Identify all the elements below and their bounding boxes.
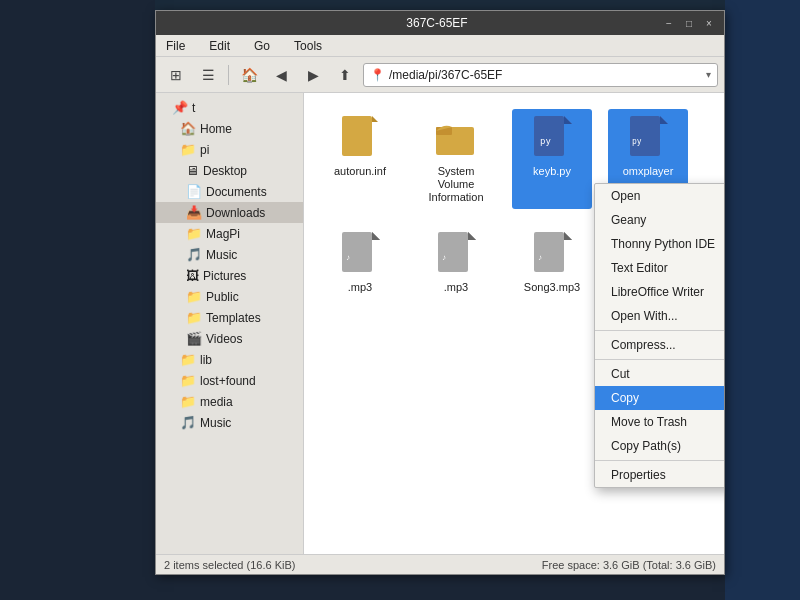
menubar: File Edit Go Tools [156, 35, 724, 57]
pin-icon: 📌 [172, 100, 188, 115]
desktop-icon: 🖥 [186, 163, 199, 178]
file-item-song3[interactable]: ♪ Song3.mp3 [512, 225, 592, 298]
sidebar-item-music[interactable]: 🎵 Music [156, 244, 303, 265]
ctx-properties[interactable]: Properties [595, 463, 724, 487]
sidebar-item-downloads[interactable]: 📥 Downloads [156, 202, 303, 223]
file-label-mp3-2: .mp3 [444, 281, 468, 294]
sidebar-item-public[interactable]: 📁 Public [156, 286, 303, 307]
file-icon-sysvolinfo [432, 113, 480, 161]
address-dropdown-icon[interactable]: ▾ [706, 69, 711, 80]
svg-text:♪: ♪ [346, 253, 350, 262]
ctx-geany[interactable]: Geany [595, 208, 724, 232]
address-text: /media/pi/367C-65EF [389, 68, 702, 82]
svg-rect-0 [342, 116, 372, 156]
address-bar[interactable]: 📍 /media/pi/367C-65EF ▾ [363, 63, 718, 87]
close-button[interactable]: × [702, 16, 716, 30]
titlebar: 367C-65EF − □ × [156, 11, 724, 35]
sidebar-item-templates[interactable]: 📁 Templates [156, 307, 303, 328]
svg-text:♪: ♪ [538, 253, 542, 262]
file-item-keyb[interactable]: py keyb.py [512, 109, 592, 209]
sidebar-item-videos[interactable]: 🎬 Videos [156, 328, 303, 349]
main-area: 📌 t 🏠 Home 📁 pi 🖥 Desktop 📄 Documents 📥 [156, 93, 724, 554]
svg-text:py: py [540, 136, 551, 146]
ctx-open-with[interactable]: Open With... [595, 304, 724, 328]
sidebar-item-media[interactable]: 📁 media [156, 391, 303, 412]
sidebar-item-documents[interactable]: 📄 Documents [156, 181, 303, 202]
svg-marker-14 [372, 232, 380, 240]
file-label-keyb: keyb.py [533, 165, 571, 178]
sidebar-item-lost-found[interactable]: 📁 lost+found [156, 370, 303, 391]
file-icon-mp3-2: ♪ [432, 229, 480, 277]
ctx-text-editor[interactable]: Text Editor [595, 256, 724, 280]
status-selection: 2 items selected (16.6 KiB) [164, 559, 295, 571]
sidebar-item-desktop[interactable]: 🖥 Desktop [156, 160, 303, 181]
svg-marker-1 [372, 116, 378, 122]
sidebar-item-t[interactable]: 📌 t [156, 97, 303, 118]
up-button[interactable]: ⬆ [331, 61, 359, 89]
sidebar-item-music2[interactable]: 🎵 Music [156, 412, 303, 433]
context-menu: Open Geany Thonny Python IDE Text Editor… [594, 183, 724, 488]
file-item-autorun[interactable]: autorun.inf [320, 109, 400, 209]
file-label-omxplayer: omxplayer [623, 165, 674, 178]
file-icon-keyb: py [528, 113, 576, 161]
sidebar-item-pictures[interactable]: 🖼 Pictures [156, 265, 303, 286]
ctx-thonny[interactable]: Thonny Python IDE [595, 232, 724, 256]
ctx-move-trash[interactable]: Move to Trash [595, 410, 724, 434]
svg-text:py: py [632, 137, 642, 146]
svg-marker-18 [468, 232, 476, 240]
location-icon: 📍 [370, 68, 385, 82]
file-item-mp3-2[interactable]: ♪ .mp3 [416, 225, 496, 298]
forward-button[interactable]: ▶ [299, 61, 327, 89]
window-title: 367C-65EF [212, 16, 662, 30]
svg-rect-12 [342, 232, 372, 272]
templates-icon: 📁 [186, 310, 202, 325]
file-label-autorun: autorun.inf [334, 165, 386, 178]
minimize-button[interactable]: − [662, 16, 676, 30]
ctx-compress[interactable]: Compress... [595, 333, 724, 357]
ctx-sep-2 [595, 359, 724, 360]
list-view-button[interactable]: ☰ [194, 61, 222, 89]
sidebar-item-pi[interactable]: 📁 pi [156, 139, 303, 160]
ctx-open[interactable]: Open [595, 184, 724, 208]
window-controls: − □ × [662, 16, 716, 30]
svg-marker-6 [564, 116, 572, 124]
sidebar-item-home[interactable]: 🏠 Home [156, 118, 303, 139]
file-icon-omxplayer: py [624, 113, 672, 161]
sidebar-item-lib[interactable]: 📁 lib [156, 349, 303, 370]
lost-found-icon: 📁 [180, 373, 196, 388]
file-manager-window: 367C-65EF − □ × File Edit Go Tools ⊞ ☰ 🏠… [155, 10, 725, 575]
file-label-song3: Song3.mp3 [524, 281, 580, 294]
statusbar: 2 items selected (16.6 KiB) Free space: … [156, 554, 724, 574]
file-item-sysvolinfo[interactable]: System Volume Information [416, 109, 496, 209]
public-icon: 📁 [186, 289, 202, 304]
music2-icon: 🎵 [180, 415, 196, 430]
file-icon-song3: ♪ [528, 229, 576, 277]
svg-text:♪: ♪ [442, 253, 446, 262]
ctx-copy[interactable]: Copy [595, 386, 724, 410]
music-icon: 🎵 [186, 247, 202, 262]
svg-rect-16 [438, 232, 468, 272]
home-icon: 🏠 [180, 121, 196, 136]
sidebar-item-magpi[interactable]: 📁 MagPi [156, 223, 303, 244]
videos-icon: 🎬 [186, 331, 202, 346]
menu-edit[interactable]: Edit [203, 37, 236, 55]
svg-marker-10 [660, 116, 668, 124]
ctx-libreoffice[interactable]: LibreOffice Writer [595, 280, 724, 304]
ctx-cut[interactable]: Cut [595, 362, 724, 386]
back-button[interactable]: ◀ [267, 61, 295, 89]
menu-go[interactable]: Go [248, 37, 276, 55]
ctx-copy-path[interactable]: Copy Path(s) [595, 434, 724, 458]
file-icon-autorun [336, 113, 384, 161]
menu-file[interactable]: File [160, 37, 191, 55]
documents-icon: 📄 [186, 184, 202, 199]
sidebar: 📌 t 🏠 Home 📁 pi 🖥 Desktop 📄 Documents 📥 [156, 93, 304, 554]
maximize-button[interactable]: □ [682, 16, 696, 30]
svg-marker-22 [564, 232, 572, 240]
magpi-icon: 📁 [186, 226, 202, 241]
lib-icon: 📁 [180, 352, 196, 367]
home-button[interactable]: 🏠 [235, 61, 263, 89]
grid-view-button[interactable]: ⊞ [162, 61, 190, 89]
file-label-sysvolinfo: System Volume Information [420, 165, 492, 205]
file-item-mp3-1[interactable]: ♪ .mp3 [320, 225, 400, 298]
menu-tools[interactable]: Tools [288, 37, 328, 55]
